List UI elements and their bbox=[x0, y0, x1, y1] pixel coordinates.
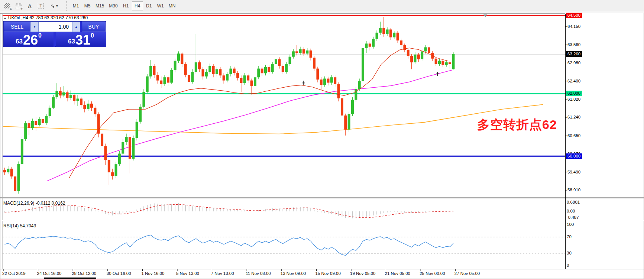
sell-price-point: 0 bbox=[38, 32, 42, 39]
macd-signal-line bbox=[5, 204, 453, 217]
date-axis-label: 1 Nov 16:00 bbox=[141, 271, 164, 276]
date-axis-label: 21 Nov 05:00 bbox=[385, 271, 410, 276]
macd-axis-label: 0.6801 bbox=[567, 200, 580, 204]
price-axis-label: 62.980 bbox=[567, 60, 580, 66]
date-axis-label: 28 Oct 12:00 bbox=[72, 271, 96, 276]
icon-sub-label: F bbox=[21, 7, 23, 10]
date-axis-label: 11 Nov 08:00 bbox=[246, 271, 271, 276]
toolbar: E F A T ▼ M1M5M15M30H1H4D1W1MN bbox=[0, 0, 644, 12]
arrow-tools-icon[interactable]: ▼ bbox=[47, 1, 62, 11]
timeframe-button-M15[interactable]: M15 bbox=[93, 1, 106, 10]
buy-button[interactable]: BUY bbox=[82, 22, 106, 32]
date-axis-label: 30 Oct 16:00 bbox=[107, 271, 131, 276]
bottom-edge-artifact bbox=[44, 278, 96, 279]
ohlc-text: UKOil-,H4 62.780 63.320 62.770 63.260 bbox=[8, 15, 88, 20]
indicator-styles-icon[interactable]: E bbox=[2, 1, 13, 11]
rsi-axis-label: 100 bbox=[567, 222, 574, 227]
macd-axis-label: -0.487 bbox=[567, 215, 579, 220]
chart-text-annotation[interactable]: 多空转折点62 bbox=[477, 116, 557, 133]
rsi-indicator-label: RSI(14) 54.7043 bbox=[3, 223, 36, 228]
timeframe-button-H1[interactable]: H1 bbox=[120, 1, 132, 10]
timeframe-bar: M1M5M15M30H1H4D1W1MN bbox=[70, 1, 178, 10]
buy-price-major: 63 bbox=[68, 38, 75, 45]
price-axis-label: 60.000 bbox=[566, 153, 582, 159]
price-axis-label: 61.820 bbox=[567, 97, 580, 102]
volume-increase-button[interactable]: ▲ bbox=[72, 22, 80, 32]
date-axis-label: 25 Nov 00:00 bbox=[420, 271, 445, 276]
cross-marker-1 bbox=[302, 81, 305, 85]
price-axis-label: 64.500 bbox=[566, 13, 582, 18]
date-axis-label: 7 Nov 13:00 bbox=[211, 271, 234, 276]
date-axis-label: 27 Nov 05:00 bbox=[454, 271, 480, 276]
volume-decrease-button[interactable]: ▼ bbox=[30, 22, 39, 32]
price-axis-label: 63.260 bbox=[566, 51, 582, 57]
timeframe-button-H4[interactable]: H4 bbox=[132, 1, 143, 10]
timeframe-button-M1[interactable]: M1 bbox=[70, 1, 81, 10]
mt4-window: E F A T ▼ M1M5M15M30H1H4D1W1MN ▲UKOil-,H… bbox=[0, 0, 644, 279]
cross-marker-2 bbox=[436, 72, 439, 76]
timeframe-button-MN[interactable]: MN bbox=[166, 1, 178, 10]
macd-axis-label: 0.00 bbox=[567, 209, 575, 213]
symbol-marker-icon: ▲ bbox=[3, 16, 7, 20]
timeframe-button-D1[interactable]: D1 bbox=[143, 1, 155, 10]
sell-price-major: 63 bbox=[16, 38, 23, 45]
price-axis-label: 59.490 bbox=[567, 169, 580, 175]
price-axis-label: 63.560 bbox=[567, 42, 580, 48]
price-axis-line bbox=[565, 14, 566, 269]
macd-indicator-label: MACD(12,26,9) -0.0112 0.0162 bbox=[3, 201, 65, 206]
sell-button[interactable]: SELL bbox=[4, 22, 30, 32]
price-axis-label: 58.910 bbox=[567, 187, 580, 193]
sell-price-pips: 26 bbox=[23, 34, 38, 46]
volume-input[interactable] bbox=[39, 22, 72, 32]
price-axis-label: 60.650 bbox=[567, 133, 580, 139]
text-box-icon[interactable]: T bbox=[36, 1, 46, 11]
toolbar-separator bbox=[66, 1, 68, 11]
price-axis-label: 61.240 bbox=[567, 114, 580, 120]
price-axis-label: 62.400 bbox=[567, 78, 580, 84]
date-axis-label: 24 Oct 16:00 bbox=[37, 271, 62, 276]
sell-price-display[interactable]: 63 26 0 bbox=[4, 32, 55, 47]
rsi-axis-label: 0 bbox=[567, 263, 569, 267]
date-axis-label: 19 Nov 05:00 bbox=[350, 271, 375, 276]
rsi-axis-label: 70 bbox=[567, 234, 572, 239]
chart-window: ▲UKOil-,H4 62.780 63.320 62.770 63.260 S… bbox=[0, 13, 644, 279]
rsi-axis-label: 30 bbox=[567, 251, 572, 255]
date-axis-label: 15 Nov 09:00 bbox=[315, 271, 340, 276]
one-click-trade-panel: SELL ▼ ▲ BUY 63 26 0 63 31 0 bbox=[3, 21, 106, 47]
magenta-ma-line bbox=[47, 70, 452, 181]
timeframe-button-W1[interactable]: W1 bbox=[155, 1, 166, 10]
chart-canvas[interactable] bbox=[0, 13, 644, 279]
rsi-line bbox=[5, 235, 453, 256]
dropdown-caret-icon: ▼ bbox=[55, 4, 59, 8]
pane-separator-macd[interactable] bbox=[0, 197, 644, 198]
buy-price-pips: 31 bbox=[75, 34, 90, 46]
buy-price-display[interactable]: 63 31 0 bbox=[56, 32, 106, 47]
buy-price-point: 0 bbox=[91, 32, 94, 39]
trade-panel-top-row: SELL ▼ ▲ BUY bbox=[4, 22, 106, 32]
price-axis-label: 62.000 bbox=[566, 91, 582, 96]
chart-ohlc-title: ▲UKOil-,H4 62.780 63.320 62.770 63.260 bbox=[3, 15, 88, 20]
text-annotation-icon[interactable]: A bbox=[25, 1, 35, 11]
date-axis-label: 5 Nov 13:00 bbox=[176, 271, 199, 276]
grid-icon[interactable]: F bbox=[13, 1, 24, 11]
timeframe-button-M30[interactable]: M30 bbox=[107, 1, 120, 10]
date-axis-label: 13 Nov 09:00 bbox=[281, 271, 306, 276]
timeframe-button-M5[interactable]: M5 bbox=[82, 1, 93, 10]
icon-sub-label: E bbox=[10, 7, 12, 10]
date-axis-label: 22 Oct 2019 bbox=[2, 271, 26, 276]
pane-separator-rsi[interactable] bbox=[0, 220, 644, 221]
price-axis-label: 64.150 bbox=[567, 24, 580, 29]
date-axis-separator bbox=[0, 269, 644, 269]
